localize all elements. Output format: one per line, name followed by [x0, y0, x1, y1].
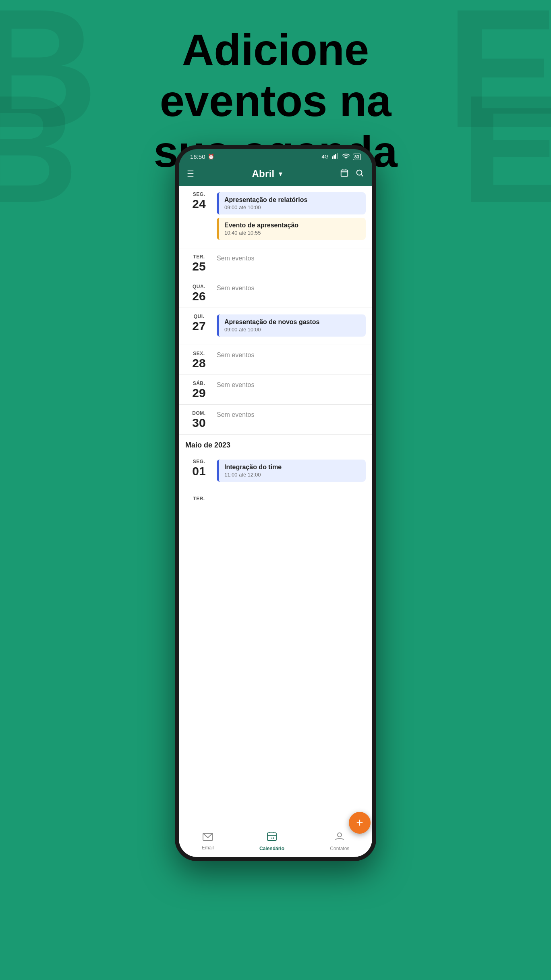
- day-label-27: QUI. 27: [185, 313, 213, 333]
- status-left: 16:50 ⏰: [190, 153, 214, 160]
- events-sex-28: Sem eventos: [213, 350, 366, 359]
- event-title: Apresentação de relatórios: [224, 196, 360, 204]
- event-time: 10:40 até 10:55: [224, 230, 360, 236]
- contacts-nav-label: Contatos: [330, 846, 349, 851]
- email-nav-label: Email: [202, 845, 214, 851]
- clock-time: 16:50: [190, 153, 205, 160]
- day-row-seg-01: SEG. 01 Integração do time 11:00 até 12:…: [179, 453, 372, 490]
- day-label-26: QUA. 26: [185, 283, 213, 303]
- day-row-seg-24: SEG. 24 Apresentação de relatórios 09:00…: [179, 186, 372, 248]
- day-label-ter-partial: TER.: [185, 495, 213, 501]
- bottom-navigation: Email 31 Calendário: [179, 827, 372, 857]
- search-icon[interactable]: [355, 169, 364, 179]
- events-dom-30: Sem eventos: [213, 410, 366, 418]
- no-events-label: Sem eventos: [217, 281, 254, 291]
- day-row-ter-partial: TER.: [179, 490, 372, 514]
- hamburger-icon[interactable]: ☰: [187, 169, 194, 179]
- event-title: Integração do time: [224, 464, 360, 471]
- header-action-icons: [340, 169, 364, 179]
- calendar-body: SEG. 24 Apresentação de relatórios 09:00…: [179, 186, 372, 831]
- event-time: 11:00 até 12:00: [224, 472, 360, 478]
- svg-rect-5: [341, 170, 348, 177]
- svg-line-15: [361, 175, 363, 176]
- events-seg-24: Apresentação de relatórios 09:00 até 10:…: [213, 191, 366, 243]
- no-events-label: Sem eventos: [217, 408, 254, 418]
- event-time: 09:00 até 10:00: [224, 327, 360, 333]
- contacts-icon: [334, 831, 345, 844]
- nav-email[interactable]: Email: [202, 832, 214, 851]
- events-ter-25: Sem eventos: [213, 253, 366, 262]
- event-card-gastos[interactable]: Apresentação de novos gastos 09:00 até 1…: [217, 314, 366, 337]
- svg-rect-0: [332, 156, 333, 159]
- fab-plus-icon: +: [356, 816, 363, 830]
- day-row-qua-26: QUA. 26 Sem eventos: [179, 278, 372, 308]
- day-row-sex-28: SEX. 28 Sem eventos: [179, 345, 372, 375]
- svg-rect-3: [337, 153, 338, 159]
- day-label-01: SEG. 01: [185, 458, 213, 478]
- month-header-maio: Maio de 2023: [179, 435, 372, 453]
- events-qui-27: Apresentação de novos gastos 09:00 até 1…: [213, 313, 366, 340]
- event-title: Apresentação de novos gastos: [224, 318, 360, 326]
- day-label-24: SEG. 24: [185, 191, 213, 210]
- no-events-label: Sem eventos: [217, 378, 254, 388]
- svg-text:31: 31: [271, 836, 274, 840]
- nav-contacts[interactable]: Contatos: [330, 831, 349, 851]
- svg-point-14: [357, 170, 362, 175]
- fab-button-overlay[interactable]: +: [349, 812, 371, 834]
- day-row-qui-27: QUI. 27 Apresentação de novos gastos 09:…: [179, 308, 372, 345]
- svg-point-4: [346, 158, 346, 159]
- dropdown-icon[interactable]: ▾: [279, 169, 282, 178]
- no-events-label: Sem eventos: [217, 252, 254, 262]
- event-card-relatorios[interactable]: Apresentação de relatórios 09:00 até 10:…: [217, 192, 366, 214]
- no-events-label: Sem eventos: [217, 348, 254, 358]
- event-time: 09:00 até 10:00: [224, 204, 360, 210]
- svg-rect-1: [334, 155, 335, 159]
- event-card-apresentacao[interactable]: Evento de apresentação 10:40 até 10:55: [217, 218, 366, 240]
- events-qua-26: Sem eventos: [213, 283, 366, 292]
- phone-frame: 16:50 ⏰ 4G: [175, 145, 376, 861]
- day-label-28: SEX. 28: [185, 350, 213, 370]
- day-row-sab-29: SÁB. 29 Sem eventos: [179, 375, 372, 405]
- day-label-25: TER. 25: [185, 253, 213, 273]
- calendar-grid-icon[interactable]: [340, 169, 349, 179]
- svg-rect-2: [335, 154, 336, 159]
- day-row-dom-30: DOM. 30 Sem eventos: [179, 405, 372, 435]
- calendar-nav-icon: 31: [267, 831, 277, 844]
- phone-mockup: 16:50 ⏰ 4G: [175, 145, 376, 861]
- day-label-29: SÁB. 29: [185, 380, 213, 399]
- events-seg-01: Integração do time 11:00 até 12:00: [213, 458, 366, 485]
- day-label-30: DOM. 30: [185, 410, 213, 429]
- status-bar: 16:50 ⏰ 4G: [179, 149, 372, 163]
- nav-calendar[interactable]: 31 Calendário: [259, 831, 284, 851]
- event-title: Evento de apresentação: [224, 222, 360, 229]
- battery-indicator: 83: [353, 154, 361, 160]
- event-card-integracao[interactable]: Integração do time 11:00 até 12:00: [217, 460, 366, 482]
- events-sab-29: Sem eventos: [213, 380, 366, 389]
- signal-text: 4G: [321, 154, 328, 160]
- month-title: Abril: [252, 168, 274, 179]
- svg-point-22: [338, 833, 342, 837]
- calendar-nav-label: Calendário: [259, 846, 284, 851]
- wifi-icon: [342, 153, 350, 160]
- app-header: ☰ Abril ▾: [179, 163, 372, 186]
- email-icon: [203, 832, 213, 843]
- signal-bars-icon: [332, 153, 339, 160]
- status-right: 4G: [321, 153, 361, 160]
- day-row-ter-25: TER. 25 Sem eventos: [179, 248, 372, 278]
- alarm-icon: ⏰: [208, 154, 214, 160]
- events-ter-partial: [213, 495, 366, 497]
